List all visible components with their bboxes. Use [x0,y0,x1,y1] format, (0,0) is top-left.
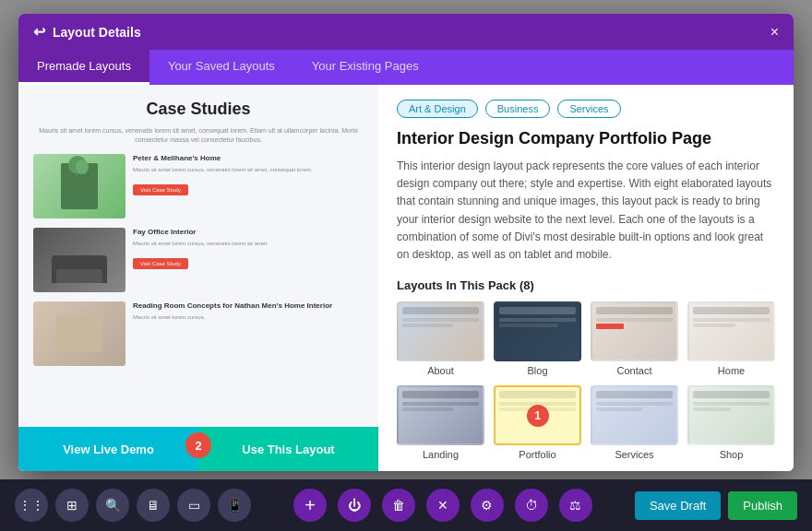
menu-button[interactable]: ⋮⋮ [15,489,48,522]
tag-row: Art & Design Business Services [397,100,775,118]
search-button[interactable]: 🔍 [96,489,129,522]
tab-existing-pages[interactable]: Your Existing Pages [293,50,437,85]
layout-thumb-services[interactable]: Services [591,385,678,460]
bottom-toolbar: ⋮⋮ ⊞ 🔍 🖥 ▭ 📱 + ⏻ 🗑 ✕ ⚙ ⏱ ⚖ Save Draft Pu… [0,479,812,531]
layout-thumb-blog[interactable]: Blog [494,301,581,376]
layout-thumb-contact[interactable]: Contact [591,301,678,376]
history-button[interactable]: ⏱ [515,489,548,522]
layout-thumb-img-shop [687,385,775,445]
layout-title: Interior Design Company Portfolio Page [397,129,775,148]
layout-thumb-home[interactable]: Home [687,301,775,376]
preview-section-subtitle: Mauris sit amet lorem cursus, venenatis … [33,126,364,145]
preview-card: Peter & Mellhane's Home Mauris sit amet … [33,154,364,218]
sliders-button[interactable]: ⚖ [559,489,592,522]
tag-business[interactable]: Business [485,100,551,118]
modal-title-group: ↩ Layout Details [33,23,141,41]
preview-card-title: Reading Room Concepts for Nathan Men's H… [133,301,364,310]
mobile-button[interactable]: 📱 [218,489,251,522]
visit-case-study-btn-1[interactable]: Visit Case Study [133,184,188,195]
preview-card: Reading Room Concepts for Nathan Men's H… [33,301,364,366]
preview-card-title: Peter & Mellhane's Home [133,154,364,162]
modal-body: Case Studies Mauris sit amet lorem cursu… [18,85,794,471]
preview-card-text: Peter & Mellhane's Home Mauris sit amet … [133,154,364,195]
back-icon[interactable]: ↩ [33,23,45,41]
layout-thumb-img-portfolio: 1 [494,385,581,445]
preview-card-desc: Mauris sit amet lorem cursus, venenatis … [133,240,364,247]
layout-thumb-label-landing: Landing [397,449,484,460]
tab-saved-layouts[interactable]: Your Saved Layouts [149,50,293,85]
badge-1: 1 [527,405,549,427]
preview-section-title: Case Studies [146,100,250,119]
power-button[interactable]: ⏻ [338,489,371,522]
preview-card-image [33,301,125,366]
modal-close-button[interactable]: × [770,24,779,41]
tag-services[interactable]: Services [557,100,620,118]
preview-cards: Peter & Mellhane's Home Mauris sit amet … [33,154,364,366]
layout-thumb-label-shop: Shop [687,449,775,460]
modal-overlay: ↩ Layout Details × Premade Layouts Your … [0,0,812,531]
layouts-grid: About Blog [397,301,775,460]
badge-2: 2 [185,432,211,458]
layout-details-modal: ↩ Layout Details × Premade Layouts Your … [18,14,794,471]
layout-thumb-img-services [591,385,678,445]
tab-premade-layouts[interactable]: Premade Layouts [18,50,149,85]
layout-thumb-label-blog: Blog [494,365,581,376]
layout-thumb-label-contact: Contact [591,365,678,376]
preview-card-title: Fay Office Interior [133,228,364,236]
add-button[interactable]: + [293,489,327,522]
layout-thumb-shop[interactable]: Shop [687,385,775,460]
use-this-layout-button[interactable]: Use This Layout [198,427,378,471]
preview-card-text: Fay Office Interior Mauris sit amet lore… [133,228,364,269]
layout-thumb-img-about [397,301,484,361]
settings-button[interactable]: ⚙ [471,489,504,522]
toolbar-right: Save Draft Publish [635,491,797,520]
publish-button[interactable]: Publish [728,491,797,520]
info-panel: Art & Design Business Services Interior … [378,85,794,471]
modal-header: ↩ Layout Details × [18,14,794,50]
modal-tabs: Premade Layouts Your Saved Layouts Your … [18,50,794,85]
preview-card-desc: Mauris sit amet lorem cursus, venenatis … [133,166,364,173]
toolbar-left: ⋮⋮ ⊞ 🔍 🖥 ▭ 📱 [15,489,251,522]
preview-card-image [33,154,125,218]
save-draft-button[interactable]: Save Draft [635,491,721,520]
modal-title: Layout Details [53,25,141,40]
preview-content: Case Studies Mauris sit amet lorem cursu… [18,85,378,427]
preview-card-desc: Mauris sit amet lorem cursus. [133,313,364,321]
preview-card: Fay Office Interior Mauris sit amet lore… [33,228,364,292]
preview-panel: Case Studies Mauris sit amet lorem cursu… [18,85,378,471]
layout-thumb-label-portfolio: Portfolio [494,449,581,460]
grid-button[interactable]: ⊞ [55,489,89,522]
monitor-button[interactable]: 🖥 [137,489,170,522]
view-live-demo-button[interactable]: View Live Demo [18,427,198,471]
layout-thumb-label-services: Services [591,449,678,460]
layout-thumb-img-blog [494,301,581,361]
layout-thumb-img-landing [397,385,484,445]
layout-thumb-portfolio[interactable]: 1 Portfolio [494,385,581,460]
layout-thumb-about[interactable]: About [397,301,484,376]
layout-thumb-img-home [687,301,775,361]
layouts-pack-label: Layouts In This Pack (8) [397,278,775,292]
toolbar-center: + ⏻ 🗑 ✕ ⚙ ⏱ ⚖ [293,489,592,522]
trash-button[interactable]: 🗑 [382,489,415,522]
layout-thumb-img-contact [591,301,678,361]
layout-thumb-label-about: About [397,365,484,376]
layout-thumb-landing[interactable]: Landing [397,385,484,460]
layout-description: This interior design layout pack represe… [397,158,775,264]
preview-card-text: Reading Room Concepts for Nathan Men's H… [133,301,364,326]
layout-thumb-label-home: Home [687,365,775,376]
tag-art-design[interactable]: Art & Design [397,100,478,118]
visit-case-study-btn-2[interactable]: Visit Case Study [133,258,188,269]
preview-card-image [33,228,125,292]
tablet-button[interactable]: ▭ [177,489,210,522]
preview-actions: View Live Demo 2 Use This Layout [18,427,378,471]
close-button[interactable]: ✕ [426,489,460,522]
